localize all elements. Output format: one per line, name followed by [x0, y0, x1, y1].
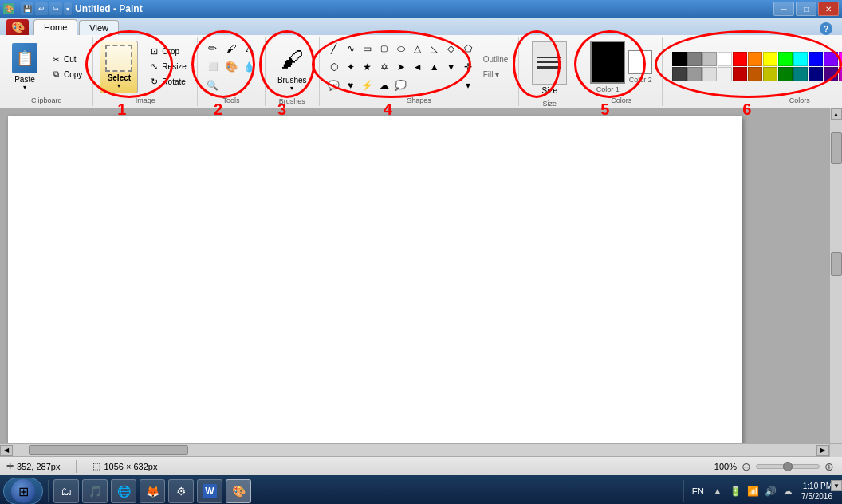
palette-color-5[interactable] [748, 52, 762, 66]
shape-curve[interactable]: ∿ [343, 40, 359, 57]
outline-button[interactable]: Outline [479, 53, 513, 66]
shape-cloud[interactable]: ☁ [376, 77, 392, 94]
text-tool[interactable]: A [241, 40, 258, 57]
scroll-right-arrow[interactable]: ▶ [816, 445, 829, 456]
resize-button[interactable]: ⤡ Resize [144, 60, 191, 74]
scroll-left-arrow[interactable]: ◀ [0, 445, 13, 456]
shape-lightning[interactable]: ⚡ [360, 77, 376, 94]
select-button[interactable]: Select ▾ [100, 41, 138, 93]
pencil-tool[interactable]: ✏ [204, 40, 222, 57]
minimize-button[interactable]: ─ [773, 2, 794, 16]
palette-color-3[interactable] [718, 52, 732, 66]
shape-arrow-left[interactable]: ◄ [410, 58, 426, 76]
palette-color-15[interactable] [687, 67, 702, 81]
shape-round-rect[interactable]: ▢ [376, 40, 392, 57]
palette-color-4[interactable] [733, 52, 747, 66]
palette-color-0[interactable] [672, 52, 687, 66]
shape-arrow-4way[interactable]: ✛ [460, 58, 476, 76]
customize-quick-btn[interactable]: ▾ [64, 2, 72, 15]
zoom-in-button[interactable]: ⊕ [823, 460, 836, 473]
color1-button[interactable] [590, 41, 625, 84]
shape-star4[interactable]: ✦ [343, 58, 359, 76]
save-quick-btn[interactable]: 💾 [21, 2, 33, 15]
scroll-grip-v[interactable] [831, 252, 842, 276]
palette-color-8[interactable] [793, 52, 808, 66]
eraser-tool[interactable]: ⬜ [204, 58, 222, 76]
fill-tool[interactable]: 🎨 [222, 58, 240, 76]
shape-star5[interactable]: ★ [360, 58, 376, 76]
paint-menu-button[interactable]: 🎨 [6, 19, 29, 35]
palette-color-11[interactable] [839, 52, 842, 66]
help-icon[interactable]: ? [820, 22, 832, 35]
rotate-button[interactable]: ↻ Rotate [144, 75, 191, 89]
palette-color-21[interactable] [778, 67, 793, 81]
horizontal-scrollbar[interactable]: ◀ ▶ [0, 443, 842, 456]
palette-color-9[interactable] [809, 52, 823, 66]
shape-triangle[interactable]: △ [410, 40, 426, 57]
zoom-out-button[interactable]: ⊖ [740, 460, 753, 473]
tab-view[interactable]: View [79, 20, 119, 35]
close-button[interactable]: ✕ [818, 2, 839, 16]
maximize-button[interactable]: □ [796, 2, 816, 16]
shape-pentagon[interactable]: ⬠ [460, 40, 476, 57]
taskbar-settings[interactable]: ⚙ [168, 479, 194, 503]
magnifier-tool[interactable]: 🔍 [204, 77, 222, 94]
scroll-thumb-h[interactable] [29, 445, 188, 455]
palette-color-7[interactable] [778, 52, 793, 66]
taskbar-explorer[interactable]: 🗂 [53, 479, 79, 503]
tray-clock[interactable]: 1:10 PM 7/5/2016 [798, 481, 836, 502]
palette-color-17[interactable] [718, 67, 732, 81]
zoom-slider[interactable] [756, 464, 820, 469]
redo-quick-btn[interactable]: ↪ [49, 2, 62, 15]
shape-rect[interactable]: ▭ [360, 40, 376, 57]
palette-color-1[interactable] [687, 52, 702, 66]
shape-arrow-down[interactable]: ▼ [443, 58, 459, 76]
palette-color-25[interactable] [839, 67, 842, 81]
brush-tool[interactable]: 🖌 [222, 40, 240, 57]
zoom-thumb[interactable] [783, 462, 793, 471]
shape-ellipse[interactable]: ⬭ [393, 40, 409, 57]
shape-star6[interactable]: ✡ [376, 58, 392, 76]
paste-button[interactable]: 📋 Paste ▾ [6, 41, 43, 93]
brushes-button[interactable]: 🖌 Brushes ▾ [272, 38, 313, 96]
palette-color-23[interactable] [809, 67, 823, 81]
taskbar-media[interactable]: 🎵 [82, 479, 108, 503]
taskbar-word[interactable]: W [197, 479, 222, 503]
tray-up-arrow[interactable]: ▲ [710, 486, 725, 497]
scroll-thumb-v[interactable] [831, 132, 842, 164]
shape-hexagon[interactable]: ⬡ [326, 58, 342, 76]
scroll-up-arrow[interactable]: ▲ [831, 108, 842, 120]
palette-color-24[interactable] [824, 67, 838, 81]
canvas-container[interactable] [0, 108, 829, 443]
taskbar-paint[interactable]: 🎨 [226, 479, 251, 503]
shape-callout[interactable]: 💬 [326, 77, 342, 94]
shape-right-triangle[interactable]: ◺ [427, 40, 443, 57]
palette-color-18[interactable] [733, 67, 747, 81]
crop-button[interactable]: ⊡ Crop [144, 45, 191, 59]
scroll-track-h[interactable] [13, 444, 816, 456]
shape-heart[interactable]: ♥ [343, 77, 359, 94]
shape-diamond[interactable]: ◇ [443, 40, 459, 57]
fill-button[interactable]: Fill ▾ [479, 68, 513, 81]
color2-button[interactable] [628, 50, 652, 74]
palette-color-19[interactable] [748, 67, 762, 81]
palette-color-22[interactable] [793, 67, 808, 81]
color-picker-tool[interactable]: 💧 [241, 58, 258, 76]
palette-color-20[interactable] [763, 67, 777, 81]
cut-button[interactable]: ✂ Cut [46, 52, 86, 66]
palette-color-10[interactable] [824, 52, 838, 66]
shape-line[interactable]: ╱ [326, 40, 342, 57]
palette-color-16[interactable] [702, 67, 717, 81]
palette-color-14[interactable] [672, 67, 687, 81]
shape-more[interactable]: ▾ [460, 77, 476, 94]
shape-arrow-right[interactable]: ➤ [393, 58, 409, 76]
canvas[interactable] [8, 116, 742, 443]
vertical-scrollbar[interactable]: ▲ ▼ [829, 108, 842, 443]
palette-color-2[interactable] [702, 52, 717, 66]
palette-color-6[interactable] [763, 52, 777, 66]
start-button[interactable]: ⊞ [3, 478, 43, 504]
copy-button[interactable]: ⧉ Copy [46, 67, 86, 81]
taskbar-firefox[interactable]: 🦊 [140, 479, 165, 503]
undo-quick-btn[interactable]: ↩ [35, 2, 48, 15]
shape-arrow-up[interactable]: ▲ [427, 58, 443, 76]
